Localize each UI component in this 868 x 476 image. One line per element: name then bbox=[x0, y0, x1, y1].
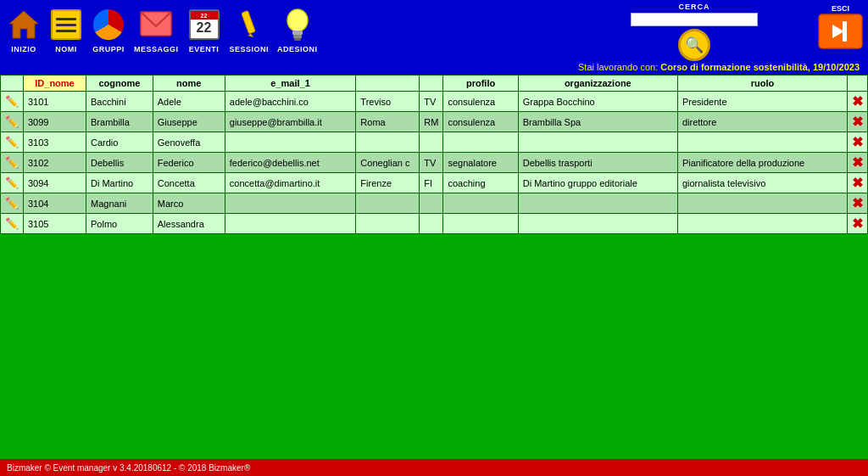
search-input[interactable] bbox=[631, 13, 758, 26]
nav-nomi[interactable]: Nomi bbox=[49, 6, 83, 53]
status-bar: Stai lavorando con: Corso di formazione … bbox=[0, 59, 868, 75]
cell-ruolo bbox=[677, 132, 847, 153]
cell-organizzazione bbox=[518, 214, 677, 234]
pie-chart-icon bbox=[93, 9, 124, 40]
th-prov[interactable] bbox=[420, 76, 443, 92]
search-section: Cerca 🔍 bbox=[631, 3, 758, 61]
nav-eventi[interactable]: 22 22 Eventi bbox=[187, 6, 221, 53]
cell-ruolo: giornalista televisivo bbox=[677, 173, 847, 193]
esci-button[interactable]: Esci bbox=[817, 4, 864, 50]
edit-icon[interactable]: ✏️ bbox=[5, 136, 19, 148]
delete-icon[interactable]: ✖ bbox=[852, 115, 863, 129]
cell-e_mail_1: concetta@dimartino.it bbox=[225, 173, 356, 193]
cell-id_nome: 3094 bbox=[24, 173, 86, 193]
svg-marker-3 bbox=[248, 32, 254, 39]
cell-nome: Marco bbox=[153, 193, 225, 214]
bottom-bar: Bizmaker © Event manager v 3.4.20180612 … bbox=[0, 459, 868, 476]
cell-prov: FI bbox=[420, 173, 443, 193]
delete-cell[interactable]: ✖ bbox=[848, 112, 868, 132]
edit-icon[interactable]: ✏️ bbox=[5, 197, 19, 210]
edit-icon[interactable]: ✏️ bbox=[5, 95, 19, 108]
cell-citta bbox=[356, 214, 420, 234]
table-row: ✏️3099BrambillaGiuseppegiuseppe@brambill… bbox=[1, 112, 868, 132]
th-id-nome[interactable]: ID_nome bbox=[24, 76, 86, 92]
cell-cognome: Cardio bbox=[86, 132, 153, 153]
cell-citta: Firenze bbox=[356, 173, 420, 193]
working-label: Stai lavorando con: bbox=[578, 62, 658, 72]
svg-rect-6 bbox=[293, 35, 302, 38]
cell-prov bbox=[420, 132, 443, 153]
nav-inizio[interactable]: Inizio bbox=[7, 6, 41, 53]
edit-cell[interactable]: ✏️ bbox=[1, 214, 24, 234]
cell-id_nome: 3099 bbox=[24, 112, 86, 132]
cell-profilo bbox=[443, 193, 518, 214]
cell-organizzazione: Brambilla Spa bbox=[518, 112, 677, 132]
edit-cell[interactable]: ✏️ bbox=[1, 132, 24, 153]
table-row: ✏️3104MagnaniMarco✖ bbox=[1, 193, 868, 214]
nav-messaggi[interactable]: Messaggi bbox=[134, 6, 179, 53]
cell-cognome: Polmo bbox=[86, 214, 153, 234]
event-name: Corso di formazione sostenibilità, 19/10… bbox=[660, 62, 860, 72]
delete-cell[interactable]: ✖ bbox=[848, 214, 868, 234]
cell-organizzazione: Debellis trasporti bbox=[518, 153, 677, 173]
list-icon bbox=[51, 9, 81, 40]
nav-gruppi-label: Gruppi bbox=[92, 45, 125, 53]
edit-cell[interactable]: ✏️ bbox=[1, 112, 24, 132]
th-edit bbox=[1, 76, 24, 92]
edit-cell[interactable]: ✏️ bbox=[1, 193, 24, 214]
delete-icon[interactable]: ✖ bbox=[852, 135, 863, 149]
th-organizzazione[interactable]: organizzazione bbox=[518, 76, 677, 92]
cell-cognome: Bacchini bbox=[86, 92, 153, 112]
cell-nome: Concetta bbox=[153, 173, 225, 193]
edit-icon[interactable]: ✏️ bbox=[5, 217, 19, 230]
edit-icon[interactable]: ✏️ bbox=[5, 156, 19, 169]
cell-e_mail_1 bbox=[225, 193, 356, 214]
svg-point-4 bbox=[287, 9, 308, 31]
cell-ruolo bbox=[677, 214, 847, 234]
cell-prov: TV bbox=[420, 153, 443, 173]
magnifier-icon: 🔍 bbox=[685, 36, 704, 54]
delete-cell[interactable]: ✖ bbox=[848, 173, 868, 193]
edit-cell[interactable]: ✏️ bbox=[1, 153, 24, 173]
cell-prov bbox=[420, 214, 443, 234]
cell-nome: Adele bbox=[153, 92, 225, 112]
cell-nome: Genoveffa bbox=[153, 132, 225, 153]
delete-cell[interactable]: ✖ bbox=[848, 153, 868, 173]
edit-cell[interactable]: ✏️ bbox=[1, 173, 24, 193]
cell-organizzazione: Grappa Bocchino bbox=[518, 92, 677, 112]
exit-icon bbox=[817, 13, 864, 50]
delete-icon[interactable]: ✖ bbox=[852, 196, 863, 210]
nav-gruppi[interactable]: Gruppi bbox=[92, 6, 125, 53]
edit-icon[interactable]: ✏️ bbox=[5, 115, 19, 128]
delete-icon[interactable]: ✖ bbox=[852, 94, 863, 109]
cell-id_nome: 3103 bbox=[24, 132, 86, 153]
nav-adesioni-label: Adesioni bbox=[277, 45, 318, 53]
delete-cell[interactable]: ✖ bbox=[848, 132, 868, 153]
cell-nome: Giuseppe bbox=[153, 112, 225, 132]
th-profilo[interactable]: profilo bbox=[443, 76, 518, 92]
nav-sessioni[interactable]: Sessioni bbox=[230, 6, 270, 53]
table-area: ID_nome cognome nome e_mail_1 profilo or… bbox=[0, 75, 868, 234]
table-row: ✏️3101BacchiniAdeleadele@bacchini.coTrev… bbox=[1, 92, 868, 112]
th-citta[interactable] bbox=[356, 76, 420, 92]
th-ruolo[interactable]: ruolo bbox=[677, 76, 847, 92]
cell-ruolo: direttore bbox=[677, 112, 847, 132]
cell-prov bbox=[420, 193, 443, 214]
cell-e_mail_1: giuseppe@brambilla.it bbox=[225, 112, 356, 132]
delete-icon[interactable]: ✖ bbox=[852, 216, 863, 231]
delete-cell[interactable]: ✖ bbox=[848, 193, 868, 214]
nav-nomi-label: Nomi bbox=[55, 45, 77, 53]
delete-cell[interactable]: ✖ bbox=[848, 92, 868, 112]
th-nome[interactable]: nome bbox=[153, 76, 225, 92]
table-row: ✏️3105PolmoAlessandra✖ bbox=[1, 214, 868, 234]
email-icon bbox=[140, 11, 172, 38]
edit-icon[interactable]: ✏️ bbox=[5, 176, 19, 189]
edit-cell[interactable]: ✏️ bbox=[1, 92, 24, 112]
delete-icon[interactable]: ✖ bbox=[852, 155, 863, 170]
th-email[interactable]: e_mail_1 bbox=[225, 76, 356, 92]
search-button[interactable]: 🔍 bbox=[678, 29, 710, 61]
delete-icon[interactable]: ✖ bbox=[852, 176, 863, 190]
th-cognome[interactable]: cognome bbox=[86, 76, 153, 92]
nav-adesioni[interactable]: Adesioni bbox=[277, 6, 318, 53]
cerca-label: Cerca bbox=[678, 3, 709, 11]
